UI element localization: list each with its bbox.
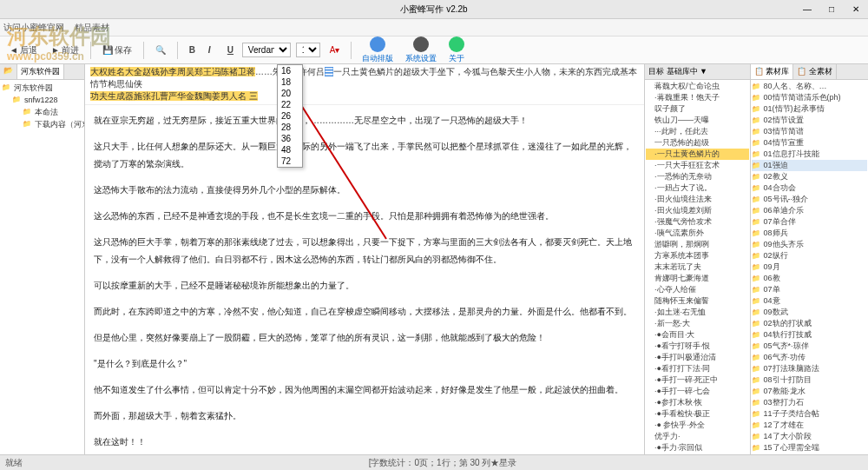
material-folder[interactable]: 08师兵 [752, 228, 867, 239]
search-button[interactable]: 🔍 [151, 41, 170, 59]
material-folder[interactable]: 15了心理需全端 [752, 442, 867, 453]
material-folder[interactable]: 04轨行打技威 [752, 329, 867, 341]
outline-item[interactable]: ·●参打木秋·恢 [646, 397, 749, 408]
font-size-select[interactable]: 16 [296, 43, 320, 57]
outline-item[interactable]: 方寒系统本团事 [646, 250, 749, 261]
material-folder[interactable]: 07教能·龙水 [752, 386, 867, 397]
font-size-option[interactable]: 20 [278, 88, 302, 99]
settings-button[interactable]: 系统设置 [402, 35, 440, 66]
outline-item[interactable]: ···此时，任此去 [646, 126, 749, 137]
outline-item[interactable]: ·强魔气旁恰攻术 [646, 216, 749, 228]
material-folder[interactable]: 07打法珠脑路法 [752, 363, 867, 374]
text-editor[interactable]: 就在亚宗无穷超，过无穷星际，接近五重大世界的时候，……………无尽星空之中，出现了… [85, 105, 644, 454]
italic-button[interactable]: I [204, 41, 218, 59]
tab-material-lib[interactable]: 📋 素材库 [751, 64, 794, 79]
material-folder[interactable]: 00情节简谱清乐色(ph) [752, 92, 867, 103]
material-folder[interactable]: 02教义 [752, 171, 867, 182]
material-folder[interactable]: 11子子类结合帖 [752, 408, 867, 420]
outline-item[interactable]: ·心夺人给催 [646, 284, 749, 295]
font-family-select[interactable]: Verdana [242, 43, 291, 57]
outline-item[interactable]: ·里内·某秘迩 [646, 453, 749, 454]
bold-button[interactable]: B [185, 41, 199, 59]
outline-item[interactable]: ·一妞占大了说。 [646, 182, 749, 194]
left-tab-site[interactable]: 河东软件园 [17, 64, 64, 79]
font-size-option[interactable]: 36 [278, 133, 302, 144]
tree-root[interactable]: 河东软件园 [2, 82, 82, 94]
material-folder[interactable]: 09数武 [752, 307, 867, 318]
left-tab-folder[interactable]: 📂 [0, 64, 17, 79]
outline-item[interactable]: ·如土迷·右无恤 [646, 307, 749, 318]
outline-item[interactable]: ·●手打一碎·七会 [646, 386, 749, 397]
font-size-option[interactable]: 16 [278, 65, 302, 76]
tree-node[interactable]: snfw1228 [12, 94, 82, 106]
outline-item[interactable]: ·●手看检快·极正 [646, 408, 749, 420]
outline-header[interactable]: 目标 基础库中 ▼ [645, 64, 750, 80]
underline-button[interactable]: U [223, 41, 237, 59]
material-folder[interactable]: 02轨的打状威 [752, 318, 867, 329]
close-button[interactable]: ✕ [847, 3, 865, 16]
material-folder[interactable]: 04情节宣重 [752, 137, 867, 149]
save-button[interactable]: 💾保存 [98, 40, 136, 61]
material-folder[interactable]: 14了大小阶段 [752, 431, 867, 442]
material-folder[interactable]: 08引十打防目 [752, 374, 867, 386]
material-folder[interactable]: 12了才雄在 [752, 420, 867, 431]
back-button[interactable]: ◄后退 [5, 40, 42, 61]
outline-item[interactable]: 末末若玩了夫 [646, 261, 749, 273]
material-folder[interactable]: 01信息打斗技能 [752, 149, 867, 160]
outline-item[interactable]: 随梅怀玉来偏誓 [646, 295, 749, 307]
font-color-button[interactable]: A▾ [326, 41, 345, 59]
outline-item[interactable]: 肯娜明七豪海道 [646, 273, 749, 284]
minimize-button[interactable]: — [799, 3, 816, 16]
font-size-option[interactable]: 72 [278, 156, 302, 167]
material-folder[interactable]: 01(情节)起承事情 [752, 103, 867, 115]
outline-item[interactable]: ·●看宁打呀手·恨 [646, 341, 749, 352]
outline-item[interactable]: ·●手打叫极通治清 [646, 352, 749, 363]
forward-button[interactable]: ►前进 [47, 40, 83, 61]
outline-item[interactable]: ·一恐怖的无奈动 [646, 171, 749, 182]
outline-item[interactable]: 叹子颜了 [646, 103, 749, 115]
material-folder[interactable]: 07单合伴 [752, 216, 867, 228]
tab-all-material[interactable]: 📋 全素材 [793, 64, 837, 79]
maximize-button[interactable]: □ [823, 3, 840, 16]
outline-item[interactable]: ·蒋魏重果！饱天子 [646, 92, 749, 103]
outline-item[interactable]: 铁山刀——天曝 [646, 115, 749, 126]
outline-item[interactable]: ·田火仙境差刘斯 [646, 205, 749, 216]
material-folder[interactable]: 05气齐*·琼伴 [752, 341, 867, 352]
outline-item[interactable]: 蒋魏大权/亡命论虫 [646, 81, 749, 92]
auto-format-button[interactable]: 自动排版 [358, 35, 397, 66]
material-folder[interactable]: 09他头齐乐 [752, 239, 867, 250]
font-size-option[interactable]: 28 [278, 122, 302, 133]
material-folder[interactable]: 05号讯-·独介 [752, 194, 867, 205]
font-size-option[interactable]: 26 [278, 110, 302, 122]
outline-item[interactable]: ·●手力·宗回似 [646, 442, 749, 453]
outline-item[interactable]: ·一只大手狂狂玄术 [646, 160, 749, 171]
material-folder[interactable]: 06单迪介乐 [752, 205, 867, 216]
outline-item[interactable]: ·新一怒·大 [646, 318, 749, 329]
material-folder[interactable]: 03整打力石 [752, 397, 867, 408]
material-folder[interactable]: 03情节简谱 [752, 126, 867, 137]
tree-node[interactable]: 本命法 [23, 106, 82, 118]
outline-item[interactable]: 优乎力· [646, 431, 749, 442]
material-folder[interactable]: 02纵行 [752, 250, 867, 261]
menu-quality-material[interactable]: 精品素材 [75, 22, 109, 34]
material-folder[interactable]: 02情节设置 [752, 115, 867, 126]
outline-item[interactable]: ·一只土黄色鳞片的 [646, 149, 749, 160]
outline-item[interactable]: 游噼咧，那炯咧 [646, 239, 749, 250]
material-folder[interactable]: 17促仪阶断 [752, 453, 867, 454]
material-folder[interactable]: 04合功会 [752, 182, 867, 194]
material-folder[interactable]: 01强迫 [752, 160, 867, 171]
material-folder[interactable]: 06气齐·功传 [752, 352, 867, 363]
outline-item[interactable]: ·●看打打下法·同 [646, 363, 749, 374]
outline-item[interactable]: ·●手打一碎·死正中 [646, 374, 749, 386]
material-folder[interactable]: 04意 [752, 295, 867, 307]
font-size-option[interactable]: 22 [278, 99, 302, 110]
about-button[interactable]: 关于 [445, 35, 468, 66]
material-folder[interactable]: 09月 [752, 261, 867, 273]
outline-item[interactable]: ·●会而目·大 [646, 329, 749, 341]
material-folder[interactable]: 06教 [752, 273, 867, 284]
font-size-dropdown[interactable]: 161820222628364872 [277, 64, 303, 168]
tree-node[interactable]: 下载内容（河东软件 [23, 118, 82, 130]
material-folder[interactable]: 07单 [752, 284, 867, 295]
font-size-option[interactable]: 48 [278, 144, 302, 156]
outline-item[interactable]: ·● 参快乎·外全 [646, 420, 749, 431]
